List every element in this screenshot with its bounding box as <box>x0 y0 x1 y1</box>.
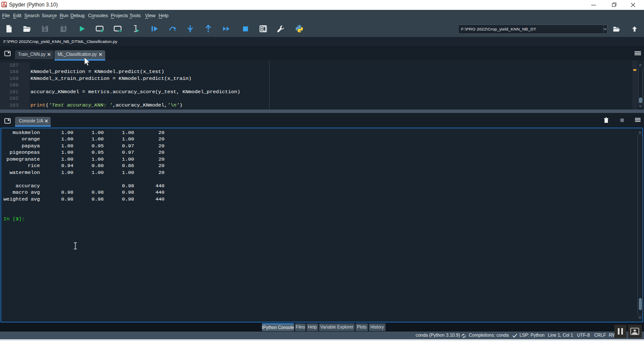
svg-text:S: S <box>5 4 7 7</box>
